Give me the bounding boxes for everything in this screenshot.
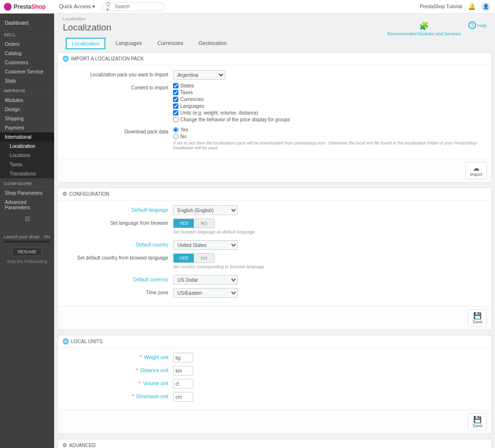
config-save-button[interactable]: 💾 Save [468, 309, 487, 327]
timezone-select[interactable]: US/Eastern [173, 288, 238, 298]
sidebar-item-payment[interactable]: Payment [0, 123, 54, 132]
tab-currencies[interactable]: Currencies [152, 38, 189, 49]
notifications-icon[interactable]: 🔔 [468, 3, 476, 10]
search-input[interactable] [115, 4, 160, 9]
sidebar-item-design[interactable]: Design [0, 105, 54, 114]
weight-input[interactable] [173, 353, 193, 362]
dimension-input[interactable] [173, 392, 193, 402]
panel-advanced-title: ADVANCED [69, 443, 96, 448]
logo-text: PrestaShop [14, 3, 46, 10]
toggle-yes-2[interactable]: YES [174, 254, 194, 262]
quick-access-dropdown[interactable]: Quick Access ▾ [59, 3, 95, 10]
sidebar-sub-translations[interactable]: Translations [0, 169, 54, 178]
sidebar-sub-taxes[interactable]: Taxes [0, 160, 54, 169]
check-price-display-label: Change the behavior of the price display… [180, 117, 290, 122]
country-browser-help: Set country corresponding to browser lan… [173, 264, 485, 269]
tab-languages[interactable]: Languages [110, 38, 147, 49]
units-save-button[interactable]: 💾 Save [468, 413, 487, 431]
resume-button[interactable]: RESUME [13, 247, 42, 256]
sidebar-item-orders[interactable]: Orders [0, 40, 54, 49]
country-browser-toggle[interactable]: YESNO [173, 253, 215, 263]
default-language-select[interactable]: English (English) [173, 205, 238, 215]
avatar[interactable]: 👤 [481, 2, 490, 11]
sidebar-item-customers[interactable]: Customers [0, 58, 54, 67]
sidebar-item-stats[interactable]: Stats [0, 76, 54, 86]
distance-input[interactable] [173, 366, 193, 376]
save-icon-2: 💾 [472, 416, 482, 423]
default-language-label[interactable]: Default language [64, 205, 173, 213]
default-country-select[interactable]: United States [173, 240, 238, 250]
download-yes-label: Yes [180, 127, 188, 132]
help-link[interactable]: ? Help [468, 21, 486, 36]
nav-section-configure: CONFIGURE [0, 178, 54, 187]
sidebar: PrestaShop Dashboard SELL Orders Catalog… [0, 0, 54, 448]
download-no-label: No [180, 134, 187, 139]
globe-icon-2: 🌐 [62, 338, 69, 345]
import-button-label: Import [470, 172, 482, 177]
import-button[interactable]: ☁ Import [466, 162, 487, 179]
toggle-no[interactable]: NO [194, 219, 214, 228]
panel-import: 🌐 IMPORT A LOCALIZATION PACK Localizatio… [57, 52, 492, 183]
panel-units-title: LOCAL UNITS [71, 339, 102, 344]
sidebar-item-modules[interactable]: Modules [0, 96, 54, 105]
cloud-download-icon: ☁ [470, 164, 482, 172]
sidebar-sub-localization[interactable]: Localization [0, 142, 54, 151]
toggle-no-2[interactable]: NO [194, 254, 214, 262]
default-country-label[interactable]: Default country [64, 240, 173, 247]
lang-browser-toggle[interactable]: YESNO [173, 218, 215, 228]
sidebar-item-international[interactable]: International [0, 132, 54, 142]
tabs: Localization Languages Currencies Geoloc… [63, 38, 486, 49]
sidebar-sub-locations[interactable]: Locations [0, 151, 54, 160]
weight-label: * Weight unit [64, 353, 173, 360]
volume-input[interactable] [173, 379, 193, 389]
config-save-label: Save [472, 319, 482, 324]
search-scope-icon[interactable]: Q ▾ [106, 1, 113, 12]
timezone-label: Time zone [64, 288, 173, 295]
check-taxes-label: Taxes [180, 90, 193, 95]
tab-localization[interactable]: Localization [66, 38, 105, 49]
volume-label: * Volume unit [64, 379, 173, 386]
puzzle-icon: 🧩 [387, 21, 461, 30]
sidebar-item-catalog[interactable]: Catalog [0, 49, 54, 58]
panel-local-units: 🌐 LOCAL UNITS * Weight unit * Distance u… [57, 335, 492, 434]
check-taxes[interactable] [173, 90, 178, 95]
tutorial-link[interactable]: PrestaShop Tutorial [420, 4, 462, 9]
logo[interactable]: PrestaShop [0, 0, 54, 14]
check-units[interactable] [173, 110, 178, 116]
check-languages[interactable] [173, 103, 178, 109]
recommended-modules-link[interactable]: 🧩 Recommended Modules and Services [387, 21, 461, 36]
distance-label: * Distance unit [64, 366, 173, 373]
main: Quick Access ▾ Q ▾ PrestaShop Tutorial 🔔… [54, 0, 495, 448]
cogs-icon: ⚙ [62, 191, 67, 197]
search-box[interactable]: Q ▾ [102, 2, 165, 11]
check-price-display[interactable] [173, 117, 178, 122]
page-title: Localization [63, 22, 111, 33]
launch-label: Launch your shop! [4, 234, 40, 239]
stop-onboarding-link[interactable]: Stop the OnBoarding [4, 259, 50, 264]
download-no-radio[interactable] [173, 134, 178, 139]
stats-icon[interactable]: ▥ [0, 212, 54, 225]
content-import-label: Content to import [64, 83, 173, 90]
sidebar-sub-international: Localization Locations Taxes Translation… [0, 142, 54, 178]
sidebar-item-shipping[interactable]: Shipping [0, 114, 54, 123]
toggle-yes[interactable]: YES [174, 219, 194, 228]
check-currencies[interactable] [173, 97, 178, 102]
default-currency-select[interactable]: US Dollar [173, 275, 238, 285]
sidebar-item-dashboard[interactable]: Dashboard [0, 16, 54, 29]
download-yes-radio[interactable] [173, 127, 178, 132]
sidebar-item-customer-service[interactable]: Customer Service [0, 67, 54, 76]
sidebar-nav: Dashboard SELL Orders Catalog Customers … [0, 14, 54, 225]
lang-browser-help: Set browser language as default language [173, 230, 485, 234]
tab-geolocation[interactable]: Geolocation [193, 38, 233, 49]
check-units-label: Units (e.g. weight, volume, distance) [180, 110, 258, 116]
units-save-label: Save [472, 423, 482, 428]
pack-select[interactable]: Argentina [173, 70, 225, 80]
default-currency-label[interactable]: Default currency [64, 275, 173, 282]
recommended-modules-label: Recommended Modules and Services [387, 31, 461, 36]
sidebar-item-shop-parameters[interactable]: Shop Parameters [0, 188, 54, 198]
content: 🌐 IMPORT A LOCALIZATION PACK Localizatio… [54, 49, 495, 448]
sidebar-item-advanced-parameters[interactable]: Advanced Parameters [0, 198, 54, 212]
check-states[interactable] [173, 83, 178, 88]
panel-configuration: ⚙ CONFIGURATION Default language English… [57, 188, 492, 330]
page-header: Localization Localization 🧩 Recommended … [54, 14, 495, 49]
